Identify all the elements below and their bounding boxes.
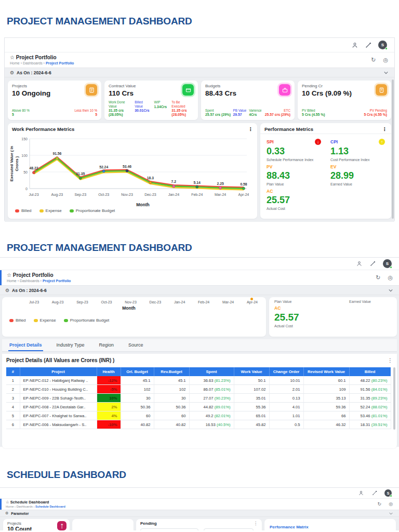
svg-text:Executed Value ( in: Executed Value ( in [9,145,14,181]
dashboard-project-portfolio-1: S ☆ Project Portfolio Home › Dashboards … [4,37,395,221]
work-performance-chart: 050100150Executed Value ( inCrores )Jul-… [8,134,249,200]
breadcrumb-dashboards[interactable]: Dashboards [17,505,33,508]
legend-item-billed[interactable]: Billed [15,208,32,213]
user-icon[interactable] [351,42,358,48]
breadcrumb-home[interactable]: Home [6,505,14,508]
col-health: Health [97,367,121,376]
chart-point-partial [250,298,253,300]
svg-text:Aug-23: Aug-23 [51,193,63,197]
cell-project: EP-NEPC-012 - Habibganj Railway .. [20,376,97,385]
avatar[interactable]: S [384,489,392,497]
kpi-stat: Work Done Value 31.35 crs (28.05%) [109,100,131,117]
kebab-menu-icon[interactable]: ⋮ [254,521,258,526]
expand-icon[interactable] [371,490,378,497]
cell-spent: 16.53 (40.5%) [189,420,234,429]
breadcrumb-home[interactable]: Home [7,279,17,283]
kebab-menu-icon[interactable]: ⋮ [248,127,254,132]
table-row[interactable]: 5EP-NEPC-007 - Khalghat to Sarwa..4%6060… [6,411,391,420]
cell-project: EP-NEPC-006 - Maksudangarh - S.. [20,420,97,429]
svg-text:Apr-24: Apr-24 [238,193,249,197]
vertical-scrollbar[interactable] [392,79,394,219]
kebab-menu-icon[interactable]: ⋮ [382,127,388,132]
avatar[interactable]: S [378,41,387,49]
avatar[interactable]: S [383,259,392,268]
svg-text:Mar-24: Mar-24 [215,193,226,196]
cell-orl-budget: 30 [121,394,154,403]
tab-project-details[interactable]: Project Details [4,339,47,351]
table-row[interactable]: 6EP-NEPC-006 - Maksudangarh - S..-10%40.… [6,420,391,429]
kpi-stat: Less then 10 % 5 [75,109,97,117]
kpi-stat: WIP 1.34Crs [154,100,167,117]
table-row[interactable]: 1EP-NEPC-012 - Habibganj Railway ..-12%4… [6,376,391,385]
refresh-icon[interactable]: ↻ [376,274,380,281]
kpi-label: Projects [12,84,97,88]
cell-spent: 27.07 (90.23%) [189,394,234,403]
cell-billed: 31.35 (89.23%) [349,394,391,403]
kebab-menu-icon[interactable]: ⋮ [388,358,393,363]
chevron-down-icon[interactable] [389,512,393,515]
cell-work-value: 65.01 [234,411,269,420]
kpi-value: 10 Crs (9.09 %) [302,89,387,97]
cell-orl-budget: 40.82 [121,420,154,429]
svg-text:5.14: 5.14 [194,181,201,184]
as-on-label: As On : 2024-6-6 [17,70,51,75]
breadcrumb: Home › Dashboards › Project Portfolio [10,61,74,65]
breadcrumb-home[interactable]: Home [10,61,20,65]
expand-icon[interactable] [369,260,376,267]
table-row[interactable]: 2EP-NEPC-010 - Housing Building C..-5%10… [6,385,391,394]
user-icon[interactable] [357,490,364,497]
breadcrumb-dashboards[interactable]: Dashboards [23,61,43,65]
legend-item-proportionate-budget[interactable]: Proportionate Budget [70,208,115,213]
panel-title: Performance Matrix [270,525,309,530]
table-row[interactable]: 4EP-NEPC-008 - 22A Deotalab Gar..2%50.36… [6,403,391,411]
cell-work-value: 35.01 [234,394,269,403]
cell-rev-budget: 30 [154,394,189,403]
target-icon[interactable]: ◎ [383,57,388,63]
chevron-down-icon[interactable] [389,288,393,292]
col-project: Project [20,367,97,376]
parameter-bar[interactable]: ⚙Parameter [0,510,399,517]
pv-caption: Plan Value [274,300,291,303]
svg-text:2.25: 2.25 [217,182,223,185]
cell-spent: 49.2 (82.01%) [189,411,234,420]
expand-icon[interactable] [365,42,371,48]
svg-text:31.35: 31.35 [76,172,85,176]
legend-item-expense[interactable]: Expense [34,318,56,323]
invoice-icon [376,84,387,96]
col-revised-work-value: Revised Work Value [303,367,349,376]
tab-source[interactable]: Source [123,339,149,351]
svg-text:53.46: 53.46 [123,165,131,168]
legend-item-billed[interactable]: Billed [9,318,26,323]
refresh-icon[interactable]: ↻ [378,501,382,507]
kpi-card-projects: Projects 10 Ongoing Above 80 % 5 Less th… [8,81,101,120]
chevron-down-icon[interactable] [384,71,388,75]
target-icon[interactable]: ◎ [388,274,393,281]
legend-item-expense[interactable]: Expense [39,208,62,213]
pending-panel: Pending ⋮ [136,519,262,530]
kpi-stat: Billed Value 30.01Crs [135,100,150,117]
cell-change-order: 0.5 [269,420,303,429]
kpi-stat: To Be Executed 31.35 crs (28.05%) [171,100,194,117]
panel-title: Pending [140,521,157,526]
cell-orl-budget: 102 [121,385,154,394]
wallet-icon [182,84,194,96]
work-performance-metrics-panel: Work Performance Metrics ⋮ 050100150Exec… [8,123,257,219]
cell-revised-work-value: 35.13 [303,394,349,403]
table-row[interactable]: 3EP-NEPC-009 - 22B Sohagi-Teoth..10%3030… [6,394,391,403]
as-on-bar[interactable]: ⚙As On : 2024-6-6 [5,68,394,77]
user-icon[interactable] [356,260,363,267]
breadcrumb-dashboards[interactable]: Dashboards [20,279,39,283]
target-icon[interactable]: ◎ [389,501,393,507]
legend-item-proportionate-budget[interactable]: Proportionate Budget [64,318,110,323]
kpi-stat: Varience 4Crs [249,109,262,117]
tab-region[interactable]: Region [94,339,119,351]
tab-industry-type[interactable]: Industry Type [51,339,90,351]
table-scrollbar[interactable] [393,367,395,430]
as-on-bar[interactable]: ⚙As On : 2024-6-6 [0,285,399,295]
cell-num: 4 [6,403,20,411]
panel-title: Performance Metrics [264,126,313,132]
cell-orl-budget: 45.1 [121,376,154,385]
dashboard-schedule: S ☆ Schedule Dashboard Home › Dashboards… [0,487,399,532]
refresh-icon[interactable]: ↻ [371,57,376,63]
svg-text:100: 100 [21,154,28,157]
